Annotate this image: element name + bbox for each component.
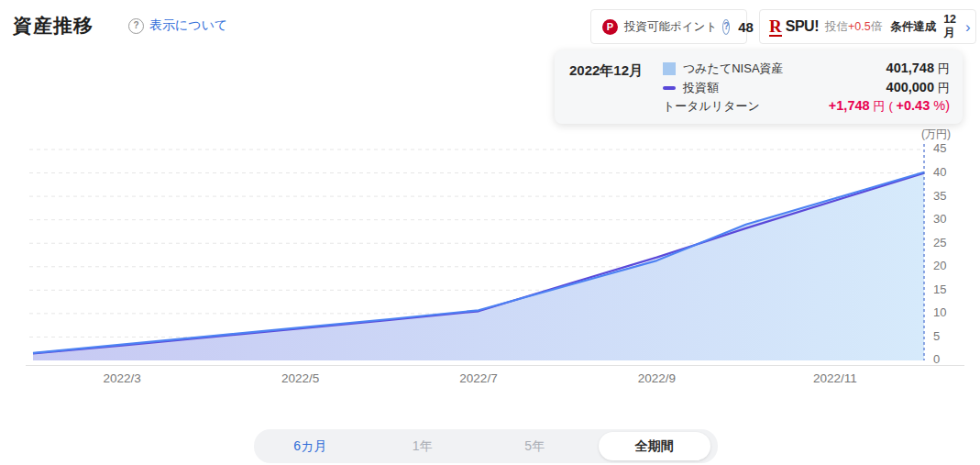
y-tick-label: 40 [933,165,946,179]
y-tick-label: 15 [933,282,946,296]
x-tick-label: 2022/11 [813,371,857,385]
page-title: 資産推移 [13,13,94,39]
range-tab-5y[interactable]: 5年 [479,429,591,463]
y-tick-label: 45 [933,141,946,155]
chevron-right-icon: › [965,19,971,35]
spu-status: 条件達成 [890,19,936,35]
tooltip-label: トータルリターン [663,98,829,115]
y-tick-label: 35 [933,189,946,203]
y-tick-label: 25 [933,236,946,249]
y-tick-label: 20 [933,259,946,272]
tooltip-value: 401,748円 [886,61,950,77]
spu-banner[interactable]: R SPU! 投信+0.5倍 条件達成 12月 › [759,9,976,44]
chart-tooltip: 2022年12月 つみたてNISA資産 401,748円 投資額 400,000… [555,50,963,124]
y-tick-label: 0 [933,352,940,366]
tooltip-return-value: +1,748円( +0.43 %) [829,98,950,115]
tooltip-date: 2022年12月 [569,61,663,115]
spu-detail: 投信+0.5倍 [825,19,882,35]
tooltip-row-total-return: トータルリターン +1,748円( +0.43 %) [663,98,950,115]
spu-multiplier: +0.5 [848,20,871,33]
spu-logo-text: SPU! [786,18,819,35]
spu-month: 12月 [943,13,956,41]
x-tick-label: 2022/3 [104,371,141,385]
investment-swatch-icon [663,86,676,90]
help-question-icon[interactable]: ? [128,18,144,34]
page-header: 資産推移 ? 表示について [13,13,227,39]
x-tick-label: 2022/5 [281,371,319,385]
x-tick-label: 2022/7 [459,371,497,385]
range-tab-1y[interactable]: 1年 [367,429,479,463]
y-tick-label: 10 [933,305,946,319]
tooltip-label: 投資額 [683,80,886,96]
rakuten-point-coin-icon: P [602,19,618,35]
x-tick-label: 2022/9 [638,371,676,385]
rakuten-r-logo-icon: R [769,17,782,37]
range-tabs: 6カ月1年5年全期間 [254,429,718,463]
y-tick-label: 5 [933,329,940,343]
points-value: 48 [738,19,754,35]
tooltip-label: つみたてNISA資産 [683,61,886,77]
range-tab-6m[interactable]: 6カ月 [254,429,367,463]
investable-points-box[interactable]: P 投資可能ポイント ? 48 [590,9,747,44]
points-question-icon[interactable]: ? [722,19,730,35]
tooltip-row-investment: 投資額 400,000円 [663,80,950,96]
tooltip-row-nisa: つみたてNISA資産 401,748円 [663,61,950,77]
display-help-link[interactable]: 表示について [149,17,227,34]
y-axis-unit-label: (万円) [921,127,951,140]
y-tick-label: 30 [933,212,946,226]
points-label: 投資可能ポイント [624,19,717,35]
range-tab-all[interactable]: 全期間 [599,432,711,460]
nisa-swatch-icon [663,62,676,75]
tooltip-value: 400,000円 [886,80,950,96]
